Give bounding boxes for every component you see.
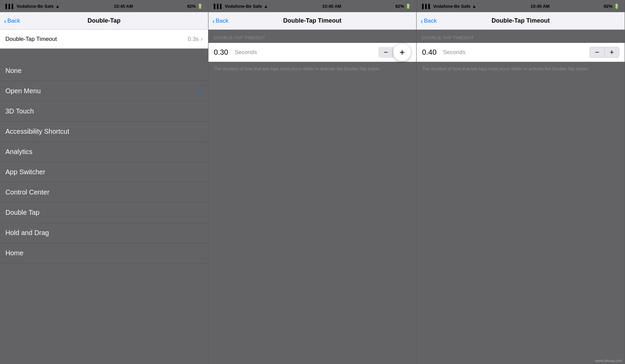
status-bar-right-2: 82% 🔋 bbox=[395, 4, 411, 9]
menu-item-app-switcher[interactable]: App Switcher bbox=[0, 162, 208, 182]
menu-item-hold-drag-label: Hold and Drag bbox=[5, 229, 49, 237]
menu-item-3d-touch[interactable]: 3D Touch bbox=[0, 101, 208, 122]
menu-item-none[interactable]: None bbox=[0, 61, 208, 81]
nav-bar-1: ‹ Back Double-Tap bbox=[0, 12, 208, 30]
battery-pct-3: 82% bbox=[604, 4, 612, 9]
stepper-minus-2[interactable]: − bbox=[378, 47, 393, 58]
wifi-icon-3: ▲ bbox=[472, 4, 476, 9]
section-header-3: DOUBLE-TAP TIMEOUT bbox=[417, 30, 625, 43]
timeout-description-2: The duration of time that two taps must … bbox=[208, 62, 417, 76]
carrier-1: Vodafone-Be Safe bbox=[17, 4, 54, 9]
menu-item-accessibility-label: Accessibility Shortcut bbox=[5, 128, 69, 135]
menu-items-list: None Open Menu ✓ 3D Touch Accessibility … bbox=[0, 61, 208, 263]
menu-item-double-tap[interactable]: Double Tap bbox=[0, 203, 208, 223]
battery-icon-1: 🔋 bbox=[197, 4, 203, 9]
back-chevron-2: ‹ bbox=[212, 18, 215, 24]
double-tap-timeout-value-container: 0.3s › bbox=[188, 36, 203, 43]
nav-title-1: Double-Tap bbox=[88, 17, 121, 24]
section-separator bbox=[0, 49, 208, 61]
menu-item-accessibility[interactable]: Accessibility Shortcut bbox=[0, 122, 208, 142]
carrier-3: Vodafone-Be Safe bbox=[433, 4, 470, 9]
time-1: 10:45 AM bbox=[114, 4, 133, 9]
nav-title-3: Double-Tap Timeout bbox=[492, 17, 550, 24]
time-2: 10:45 AM bbox=[322, 4, 342, 9]
timeout-value-2: 0.30 bbox=[214, 48, 231, 57]
wifi-icon-2: ▲ bbox=[264, 4, 268, 9]
signal-icon-3: ▌▌▌ bbox=[422, 4, 431, 9]
back-button-2[interactable]: ‹ Back bbox=[212, 18, 228, 24]
checkmark-open-menu: ✓ bbox=[197, 87, 203, 96]
signal-icon-2: ▌▌▌ bbox=[214, 4, 223, 9]
wifi-icon-1: ▲ bbox=[55, 4, 60, 9]
nav-title-2: Double-Tap Timeout bbox=[283, 17, 341, 24]
status-bar-right-3: 82% 🔋 bbox=[604, 4, 619, 9]
back-label-3: Back bbox=[424, 18, 437, 24]
nav-bar-3: ‹ Back Double-Tap Timeout bbox=[417, 12, 625, 30]
double-tap-timeout-label: Double-Tap Timeout bbox=[5, 36, 57, 43]
menu-item-analytics-label: Analytics bbox=[5, 148, 32, 156]
stepper-3: − + bbox=[590, 47, 619, 58]
status-bar-left-1: ▌▌▌ Vodafone-Be Safe ▲ bbox=[5, 4, 60, 9]
timeout-control-3: 0.40 Seconds − + bbox=[417, 43, 625, 62]
battery-pct-1: 82% bbox=[187, 4, 196, 9]
status-bar-right-1: 82% 🔋 bbox=[187, 4, 203, 9]
status-bar-2: ▌▌▌ Vodafone-Be Safe ▲ 10:45 AM 82% 🔋 bbox=[208, 0, 417, 12]
menu-item-double-tap-label: Double Tap bbox=[5, 209, 40, 216]
double-tap-timeout-value: 0.3s bbox=[188, 36, 199, 43]
panel-3: ▌▌▌ Vodafone-Be Safe ▲ 10:45 AM 82% 🔋 ‹ … bbox=[417, 0, 625, 364]
menu-item-home[interactable]: Home bbox=[0, 243, 208, 263]
back-button-3[interactable]: ‹ Back bbox=[421, 18, 436, 24]
panel-2: ▌▌▌ Vodafone-Be Safe ▲ 10:45 AM 82% 🔋 ‹ … bbox=[208, 0, 417, 364]
battery-pct-2: 82% bbox=[395, 4, 404, 9]
menu-item-open-menu-label: Open Menu bbox=[5, 87, 41, 95]
section-header-2: DOUBLE-TAP TIMEOUT bbox=[208, 30, 417, 43]
menu-item-3d-touch-label: 3D Touch bbox=[5, 107, 34, 115]
battery-icon-2: 🔋 bbox=[405, 4, 411, 9]
timeout-description-3: The duration of time that two taps must … bbox=[417, 62, 625, 76]
time-3: 10:45 AM bbox=[530, 4, 550, 9]
back-label-1: Back bbox=[7, 18, 20, 24]
timeout-unit-2: Seconds bbox=[235, 49, 375, 56]
back-chevron-1: ‹ bbox=[4, 18, 6, 24]
menu-item-control-center[interactable]: Control Center bbox=[0, 182, 208, 203]
carrier-2: Vodafone-Be Safe bbox=[225, 4, 262, 9]
menu-item-control-center-label: Control Center bbox=[5, 188, 49, 196]
battery-icon-3: 🔋 bbox=[614, 4, 619, 9]
timeout-control-2: 0.30 Seconds − + bbox=[208, 43, 417, 62]
status-bar-1: ▌▌▌ Vodafone-Be Safe ▲ 10:45 AM 82% 🔋 bbox=[0, 0, 208, 12]
stepper-plus-3[interactable]: + bbox=[604, 47, 619, 58]
stepper-2: − + bbox=[378, 44, 411, 61]
status-bar-left-2: ▌▌▌ Vodafone-Be Safe ▲ bbox=[214, 4, 268, 9]
back-button-1[interactable]: ‹ Back bbox=[4, 18, 20, 24]
menu-item-none-label: None bbox=[5, 67, 22, 75]
menu-item-open-menu[interactable]: Open Menu ✓ bbox=[0, 81, 208, 101]
timeout-value-3: 0.40 bbox=[422, 48, 439, 57]
double-tap-timeout-item[interactable]: Double-Tap Timeout 0.3s › bbox=[0, 30, 208, 49]
signal-icon-1: ▌▌▌ bbox=[5, 4, 15, 9]
status-bar-3: ▌▌▌ Vodafone-Be Safe ▲ 10:45 AM 82% 🔋 bbox=[417, 0, 625, 12]
back-chevron-3: ‹ bbox=[421, 18, 423, 24]
chevron-right-icon: › bbox=[201, 36, 203, 43]
stepper-plus-2[interactable]: + bbox=[393, 44, 411, 61]
panel-1: ▌▌▌ Vodafone-Be Safe ▲ 10:45 AM 82% 🔋 ‹ … bbox=[0, 0, 208, 364]
nav-bar-2: ‹ Back Double-Tap Timeout bbox=[208, 12, 417, 30]
menu-item-app-switcher-label: App Switcher bbox=[5, 168, 45, 176]
status-bar-left-3: ▌▌▌ Vodafone-Be Safe ▲ bbox=[422, 4, 476, 9]
stepper-minus-3[interactable]: − bbox=[590, 47, 604, 58]
timeout-unit-3: Seconds bbox=[443, 49, 585, 56]
menu-item-home-label: Home bbox=[5, 249, 23, 257]
menu-item-analytics[interactable]: Analytics bbox=[0, 142, 208, 162]
back-label-2: Back bbox=[216, 18, 228, 24]
menu-item-hold-drag[interactable]: Hold and Drag bbox=[0, 223, 208, 243]
watermark: www.devuq.com bbox=[595, 359, 622, 363]
